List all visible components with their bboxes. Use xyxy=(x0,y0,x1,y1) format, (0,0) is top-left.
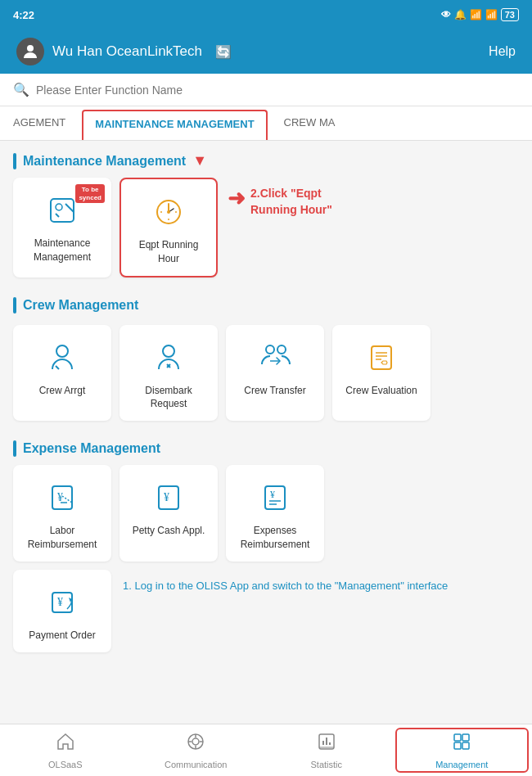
battery-level: 73 xyxy=(501,8,519,21)
nav-management-label: Management xyxy=(435,760,488,769)
svg-rect-51 xyxy=(454,742,461,749)
section-maintenance-header: Maintenance Management ▼ xyxy=(0,141,532,178)
section-maintenance-title: Maintenance Management xyxy=(23,154,186,169)
petty-cash-icon: ¥ xyxy=(149,478,188,517)
expense-management-grid: ¥ LaborReimbursement ¥ Petty Cash Appl. xyxy=(0,465,532,570)
tab-crew-management[interactable]: CREW MA xyxy=(271,106,349,140)
tabs-bar: AGEMENT MAINTENANCE MANAGEMENT CREW MA xyxy=(0,106,532,141)
nav-management[interactable]: Management xyxy=(395,728,530,773)
svg-rect-31 xyxy=(265,486,285,509)
bottom-nav: OLSaaS Communication Statistic xyxy=(0,724,532,776)
nav-statistic[interactable]: Statistic xyxy=(261,724,392,776)
svg-line-3 xyxy=(65,204,74,212)
petty-cash-item[interactable]: ¥ Petty Cash Appl. xyxy=(119,465,218,562)
svg-rect-1 xyxy=(51,199,74,222)
payment-annotation-row: ¥ Payment Order 1. Log in to the OLISS A… xyxy=(0,570,532,661)
communication-icon xyxy=(185,731,206,757)
refresh-icon[interactable]: 🔄 xyxy=(215,44,232,60)
eqpt-running-hour-item[interactable]: Eqpt RunningHour xyxy=(119,178,218,277)
labor-reimbursement-label: LaborReimbursement xyxy=(28,524,97,552)
app-header: Wu Han OceanLinkTech 🔄 Help xyxy=(0,29,532,74)
section-bar-crew xyxy=(13,297,16,314)
svg-line-13 xyxy=(56,366,59,369)
wifi-icon: 📶 xyxy=(470,9,482,20)
svg-point-18 xyxy=(277,345,286,354)
crew-arrgt-item[interactable]: Crew Arrgt xyxy=(13,325,111,422)
payment-order-item[interactable]: ¥ Payment Order xyxy=(13,570,111,652)
svg-rect-49 xyxy=(454,734,461,741)
crew-evaluation-label: Crew Evaluation xyxy=(345,384,417,398)
down-arrow-icon: ▼ xyxy=(192,152,207,169)
svg-point-17 xyxy=(266,345,274,354)
help-button[interactable]: Help xyxy=(489,44,516,59)
petty-cash-label: Petty Cash Appl. xyxy=(133,524,205,538)
main-content: Maintenance Management ▼ To besynced Mai… xyxy=(0,141,532,719)
annotation2-text: 1. Log in to the OLISS App and switch to… xyxy=(123,580,448,592)
crew-arrgt-icon xyxy=(43,338,82,377)
annotation2: 1. Log in to the OLISS App and switch to… xyxy=(123,570,519,594)
svg-rect-52 xyxy=(462,742,469,749)
status-time: 4:22 xyxy=(13,9,34,21)
maintenance-row: To besynced MaintenanceManagement xyxy=(0,178,532,286)
nav-olsaas-label: OLSaaS xyxy=(48,760,83,769)
right-arrow-icon: ➜ xyxy=(228,186,246,211)
disembark-label: DisembarkRequest xyxy=(145,384,192,412)
maintenance-mgmt-item[interactable]: To besynced MaintenanceManagement xyxy=(13,178,111,277)
search-input[interactable] xyxy=(36,83,519,97)
nav-statistic-label: Statistic xyxy=(310,760,342,769)
labor-icon: ¥ xyxy=(43,478,82,517)
header-title: Wu Han OceanLinkTech xyxy=(52,43,202,60)
svg-text:¥: ¥ xyxy=(164,491,169,503)
svg-rect-50 xyxy=(462,734,469,741)
section-expense-title: Expense Management xyxy=(23,441,160,456)
eqpt-running-hour-label: Eqpt RunningHour xyxy=(139,238,199,266)
expenses-reimbursement-item[interactable]: ¥ ExpensesReimbursement xyxy=(226,465,324,562)
svg-text:¥: ¥ xyxy=(57,491,63,503)
tab-maintenance-management[interactable]: MAINTENANCE MANAGEMENT xyxy=(82,110,267,140)
management-icon xyxy=(451,731,472,757)
alarm-icon: 🔔 xyxy=(454,9,467,20)
expenses-reimbursement-label: ExpensesReimbursement xyxy=(241,524,310,552)
crew-evaluation-icon xyxy=(362,338,401,377)
payment-order-label: Payment Order xyxy=(29,629,95,643)
header-left: Wu Han OceanLinkTech 🔄 xyxy=(16,38,232,65)
svg-marker-24 xyxy=(381,361,387,364)
annotation-text: 2.Click "EqptRunning Hour" xyxy=(250,186,332,218)
nav-communication[interactable]: Communication xyxy=(131,724,262,776)
section-bar xyxy=(13,153,16,169)
search-bar: 🔍 xyxy=(0,74,532,106)
svg-point-14 xyxy=(163,345,174,357)
crew-transfer-icon xyxy=(255,338,295,377)
home-icon xyxy=(55,731,76,757)
section-expense-header: Expense Management xyxy=(0,429,532,465)
nav-communication-label: Communication xyxy=(165,760,227,769)
nav-olsaas[interactable]: OLSaaS xyxy=(0,724,131,776)
svg-point-0 xyxy=(27,45,34,52)
section-bar-expense xyxy=(13,440,16,457)
svg-rect-20 xyxy=(372,346,391,369)
maintenance-grid: To besynced MaintenanceManagement xyxy=(13,178,218,277)
sync-badge: To besynced xyxy=(75,184,105,203)
svg-line-28 xyxy=(62,496,72,503)
svg-line-4 xyxy=(56,214,59,217)
eye-icon: 👁 xyxy=(441,9,451,20)
tab-agement[interactable]: AGEMENT xyxy=(0,106,79,140)
eqpt-icon xyxy=(149,192,188,232)
svg-point-8 xyxy=(167,210,170,214)
signal-icon: 📶 xyxy=(485,9,498,20)
crew-evaluation-item[interactable]: Crew Evaluation xyxy=(332,325,431,422)
crew-transfer-item[interactable]: Crew Transfer xyxy=(226,325,324,422)
expenses-icon: ¥ xyxy=(255,478,295,517)
disembark-request-item[interactable]: DisembarkRequest xyxy=(119,325,218,422)
svg-point-2 xyxy=(56,204,62,210)
avatar xyxy=(16,38,44,65)
crew-arrgt-label: Crew Arrgt xyxy=(39,384,86,398)
status-icons: 👁 🔔 📶 📶 73 xyxy=(441,8,519,21)
crew-transfer-label: Crew Transfer xyxy=(244,384,305,398)
disembark-icon xyxy=(149,338,188,377)
payment-icon: ¥ xyxy=(43,583,82,622)
search-icon: 🔍 xyxy=(13,82,29,97)
svg-text:¥: ¥ xyxy=(270,489,275,500)
svg-point-39 xyxy=(192,738,199,745)
labor-reimbursement-item[interactable]: ¥ LaborReimbursement xyxy=(13,465,111,562)
